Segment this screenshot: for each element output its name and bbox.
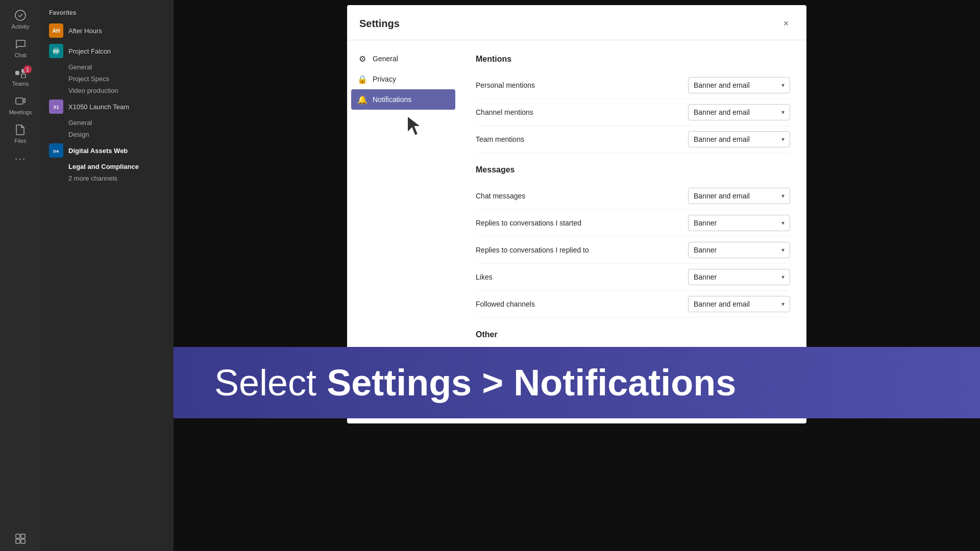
banner-text-highlight: Settings > Notifications (327, 362, 736, 403)
banner-text: Select Settings > Notifications (214, 362, 736, 404)
svg-rect-3 (21, 74, 26, 78)
replies-started-value: Banner (694, 219, 717, 227)
sidebar-nav: Activity Chat 1 Teams Meetings (0, 0, 41, 551)
activity-label: Activity (12, 23, 30, 30)
team-avatar-da: DA (49, 143, 63, 158)
modal-header: Settings × (347, 5, 806, 40)
followed-channels-value: Banner and email (694, 300, 750, 308)
setting-team-mentions: Team mentions Banner and email ▾ (476, 126, 790, 153)
team-avatar-pf: PF (49, 44, 63, 58)
replies-started-dropdown[interactable]: Banner ▾ (688, 215, 790, 231)
chat-messages-arrow: ▾ (781, 192, 785, 199)
sidebar-item-apps[interactable] (0, 529, 41, 551)
channel-video-production[interactable]: Video production (41, 85, 174, 96)
channel-general-x1[interactable]: General (41, 117, 174, 129)
channel-general-pf[interactable]: General (41, 61, 174, 73)
teams-panel: Favorites AH After Hours PF Project Falc… (41, 0, 174, 551)
team-name-x1: X1050 Launch Team (68, 103, 129, 111)
team-avatar-x1: X1 (49, 99, 63, 114)
nav-label-notifications: Notifications (373, 95, 411, 104)
more-icon: ··· (14, 152, 27, 164)
team-mentions-dropdown[interactable]: Banner and email ▾ (688, 131, 790, 147)
activity-icon (14, 9, 27, 21)
channel-mentions-arrow: ▾ (781, 109, 785, 116)
svg-text:X1: X1 (53, 105, 59, 110)
meetings-label: Meetings (9, 109, 32, 115)
sidebar-item-files[interactable]: Files (0, 119, 41, 148)
tutorial-banner: Select Settings > Notifications (174, 347, 980, 418)
close-button[interactable]: × (778, 15, 794, 32)
likes-dropdown[interactable]: Banner ▾ (688, 269, 790, 285)
team-digital-assets[interactable]: DA Digital Assets Web (41, 140, 174, 161)
channel-legal[interactable]: Legal and Compliance (41, 161, 174, 172)
chat-icon (14, 38, 27, 50)
setting-personal-mentions: Personal mentions Banner and email ▾ (476, 72, 790, 99)
personal-mentions-dropdown[interactable]: Banner and email ▾ (688, 77, 790, 93)
channel-project-specs[interactable]: Project Specs (41, 73, 174, 85)
nav-label-privacy: Privacy (373, 75, 396, 83)
other-header: Other (476, 330, 790, 339)
sidebar-item-meetings[interactable]: Meetings (0, 91, 41, 119)
team-project-falcon[interactable]: PF Project Falcon (41, 41, 174, 61)
messages-header: Messages (476, 165, 790, 174)
apps-icon (14, 533, 27, 545)
teams-badge: 1 (23, 65, 32, 73)
replies-started-arrow: ▾ (781, 219, 785, 227)
files-label: Files (14, 138, 26, 144)
team-name-da: Digital Assets Web (68, 147, 128, 155)
setting-followed-channels: Followed channels Banner and email ▾ (476, 291, 790, 318)
replies-replied-value: Banner (694, 246, 717, 254)
team-mentions-value: Banner and email (694, 135, 750, 143)
privacy-icon: 🔒 (357, 74, 368, 84)
main-content: Settings × ⚙ General 🔒 Privacy 🔔 (174, 0, 980, 551)
nav-item-notifications[interactable]: 🔔 Notifications (351, 89, 455, 110)
channel-design[interactable]: Design (41, 129, 174, 140)
channel-mentions-label: Channel mentions (476, 108, 533, 116)
likes-value: Banner (694, 273, 717, 281)
setting-replies-started: Replies to conversations I started Banne… (476, 210, 790, 237)
chat-label: Chat (14, 52, 26, 58)
nav-item-general[interactable]: ⚙ General (351, 48, 455, 69)
more-channels-link[interactable]: 2 more channels (41, 172, 174, 184)
channel-mentions-dropdown[interactable]: Banner and email ▾ (688, 104, 790, 120)
svg-point-0 (15, 10, 26, 20)
svg-rect-8 (21, 539, 25, 543)
personal-mentions-value: Banner and email (694, 81, 750, 89)
banner-text-normal: Select (214, 362, 327, 403)
chat-messages-dropdown[interactable]: Banner and email ▾ (688, 188, 790, 204)
mentions-header: Mentions (476, 55, 790, 64)
chat-messages-label: Chat messages (476, 192, 525, 200)
sidebar-item-more[interactable]: ··· (0, 148, 41, 170)
sidebar-item-activity[interactable]: Activity (0, 5, 41, 34)
modal-title: Settings (359, 18, 400, 30)
nav-item-privacy[interactable]: 🔒 Privacy (351, 69, 455, 89)
followed-channels-dropdown[interactable]: Banner and email ▾ (688, 296, 790, 312)
team-x1050[interactable]: X1 X1050 Launch Team (41, 96, 174, 117)
svg-rect-1 (15, 71, 19, 75)
general-icon: ⚙ (357, 54, 368, 64)
replies-replied-label: Replies to conversations I replied to (476, 246, 589, 254)
svg-rect-5 (16, 534, 20, 538)
team-mentions-label: Team mentions (476, 135, 524, 143)
personal-mentions-arrow: ▾ (781, 82, 785, 89)
favorites-label: Favorites (41, 5, 174, 20)
channel-mentions-value: Banner and email (694, 108, 750, 116)
team-name-pf: Project Falcon (68, 47, 111, 55)
meetings-icon (14, 95, 27, 107)
team-after-hours[interactable]: AH After Hours (41, 20, 174, 41)
setting-chat-messages: Chat messages Banner and email ▾ (476, 183, 790, 210)
replies-replied-arrow: ▾ (781, 246, 785, 254)
svg-rect-6 (21, 534, 25, 538)
replies-replied-dropdown[interactable]: Banner ▾ (688, 242, 790, 258)
teams-label: Teams (12, 81, 29, 87)
replies-started-label: Replies to conversations I started (476, 219, 581, 227)
setting-likes: Likes Banner ▾ (476, 264, 790, 291)
setting-channel-mentions: Channel mentions Banner and email ▾ (476, 99, 790, 126)
likes-arrow: ▾ (781, 273, 785, 281)
followed-channels-arrow: ▾ (781, 300, 785, 308)
followed-channels-label: Followed channels (476, 300, 535, 308)
sidebar-item-chat[interactable]: Chat (0, 34, 41, 62)
likes-label: Likes (476, 273, 493, 281)
sidebar-item-teams[interactable]: 1 Teams (0, 62, 41, 91)
svg-rect-4 (16, 98, 23, 104)
